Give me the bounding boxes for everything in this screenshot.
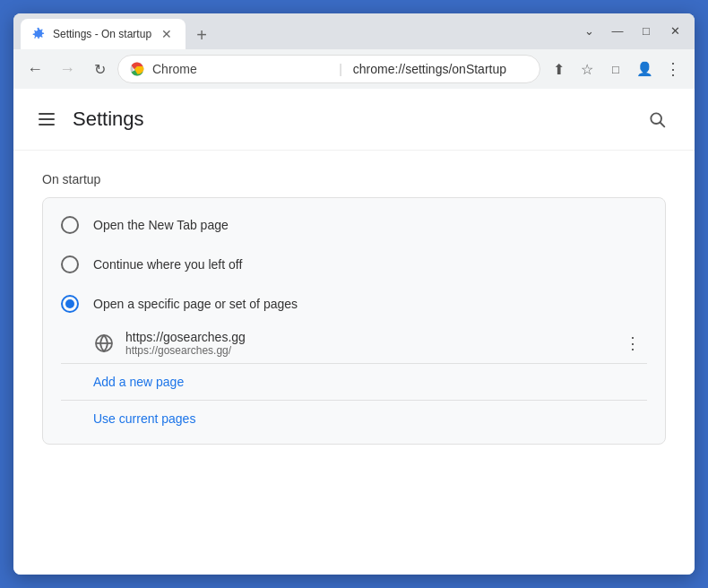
radio-continue[interactable] (61, 255, 79, 273)
svg-line-3 (661, 123, 665, 127)
share-button[interactable]: ⬆ (544, 55, 573, 83)
page-entry-menu-button[interactable]: ⋮ (618, 329, 647, 358)
option-specific-pages-label: Open a specific page or set of pages (93, 297, 298, 311)
page-entry-url-sub: https://gosearches.gg/ (125, 344, 608, 357)
refresh-icon: ↻ (94, 61, 106, 78)
tab-close-button[interactable]: ✕ (159, 26, 175, 42)
chevron-button[interactable]: ⌄ (576, 21, 601, 40)
use-current-pages-button[interactable]: Use current pages (43, 401, 665, 437)
hamburger-line-2 (39, 118, 55, 120)
settings-header: Settings (13, 89, 695, 151)
extensions-icon: □ (612, 63, 619, 76)
refresh-button[interactable]: ↻ (85, 55, 114, 83)
window-controls: ⌄ — □ ✕ (576, 21, 687, 40)
forward-button[interactable]: → (53, 55, 82, 83)
bookmark-icon: ☆ (581, 61, 593, 78)
hamburger-line-1 (39, 113, 55, 115)
tab-title: Settings - On startup (53, 28, 151, 40)
omnibox-separator: | (339, 62, 342, 76)
hamburger-line-3 (39, 124, 55, 125)
bookmark-button[interactable]: ☆ (573, 55, 601, 83)
option-continue-label: Continue where you left off (93, 257, 242, 272)
page-content: Settings PC On startup Open the New Tab … (13, 89, 695, 575)
minimize-button[interactable]: — (605, 21, 630, 40)
option-new-tab-label: Open the New Tab page (93, 218, 229, 232)
page-body: PC On startup Open the New Tab page Cont… (13, 151, 695, 575)
omnibox[interactable]: Chrome | chrome://settings/onStartup (117, 55, 540, 83)
browser-window: Settings - On startup ✕ + ⌄ — □ ✕ ← → ↻ (13, 13, 695, 575)
active-tab[interactable]: Settings - On startup ✕ (21, 19, 186, 49)
option-new-tab[interactable]: Open the New Tab page (43, 205, 665, 245)
radio-specific-pages[interactable] (61, 295, 79, 313)
profile-button[interactable]: 👤 (630, 55, 659, 83)
chrome-menu-icon: ⋮ (665, 59, 681, 79)
radio-new-tab[interactable] (61, 216, 79, 234)
page-entry-text: https://gosearches.gg https://gosearches… (125, 330, 608, 357)
omnibox-url: chrome://settings/onStartup (353, 62, 529, 76)
back-button[interactable]: ← (21, 55, 49, 83)
page-entry-url-main: https://gosearches.gg (125, 330, 608, 344)
option-continue[interactable]: Continue where you left off (43, 245, 665, 284)
maximize-button[interactable]: □ (634, 21, 659, 40)
section-title: On startup (42, 172, 666, 186)
settings-favicon (31, 27, 46, 41)
startup-options-card: Open the New Tab page Continue where you… (42, 197, 666, 445)
globe-icon (93, 333, 115, 354)
add-new-page-button[interactable]: Add a new page (43, 364, 665, 400)
toolbar-right: ⬆ ☆ □ 👤 ⋮ (544, 55, 687, 83)
forward-icon: → (59, 60, 75, 79)
back-icon: ← (27, 60, 43, 79)
share-icon: ⬆ (553, 61, 565, 78)
title-bar: Settings - On startup ✕ + ⌄ — □ ✕ (13, 13, 695, 49)
toolbar: ← → ↻ Chrome | chrome://settings/onStart… (13, 49, 695, 89)
hamburger-menu-button[interactable] (35, 109, 58, 129)
extensions-button[interactable]: □ (601, 55, 630, 83)
close-button[interactable]: ✕ (662, 21, 687, 40)
settings-title-group: Settings (35, 108, 144, 131)
page-entry-row: https://gosearches.gg https://gosearches… (43, 324, 665, 363)
settings-page-title: Settings (73, 108, 144, 131)
settings-search-button[interactable] (641, 103, 673, 135)
omnibox-brand: Chrome (152, 62, 328, 76)
radio-dot (65, 299, 74, 308)
profile-icon: 👤 (636, 61, 653, 77)
option-specific-pages[interactable]: Open a specific page or set of pages (43, 284, 665, 324)
new-tab-button[interactable]: + (189, 22, 214, 48)
chrome-menu-button[interactable]: ⋮ (659, 55, 687, 83)
chrome-logo-icon (129, 61, 145, 77)
